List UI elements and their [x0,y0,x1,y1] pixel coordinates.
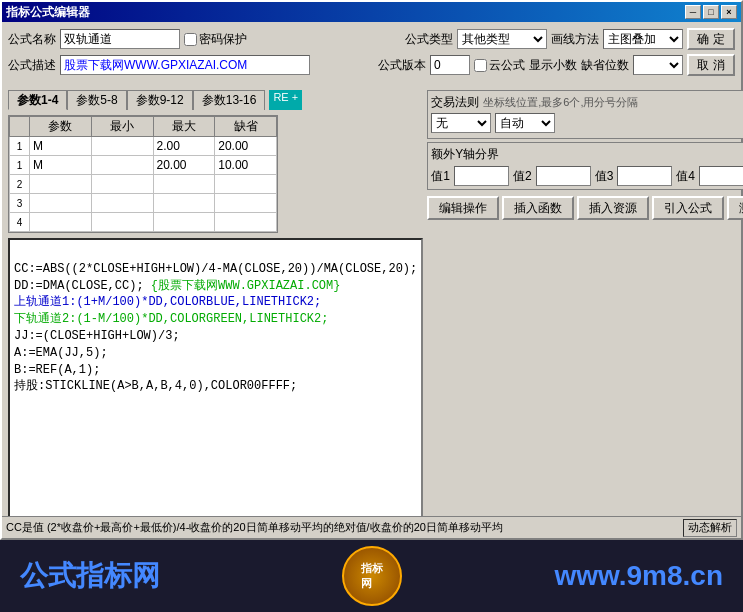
watermark-circle: 指标网 [342,546,402,606]
p3-default[interactable] [216,195,275,211]
trade-desc: 坐标线位置,最多6个,用分号分隔 [483,95,638,110]
status-text: CC是值 (2*收盘价+最高价+最低价)/4-收盘价的20日简单移动平均的绝对值… [6,520,683,535]
auto-select[interactable]: 自动 [495,113,555,133]
axis-label-row: 额外Y轴分界 [431,146,743,163]
p3-name[interactable] [31,195,90,211]
minimize-button[interactable]: ─ [685,5,701,19]
insert-func-button[interactable]: 插入函数 [502,196,574,220]
re-plus-badge: RE + [269,90,302,110]
trade-row-2: 无 自动 [431,113,743,133]
p1-name[interactable] [31,138,90,154]
close-window-button[interactable]: × [721,5,737,19]
main-content: 参数1-4 参数5-8 参数9-12 参数13-16 RE + 参数 [2,86,741,535]
trade-row-1: 交易法则 坐标线位置,最多6个,用分号分隔 [431,94,743,111]
decimal-select[interactable] [633,55,683,75]
p4-min[interactable] [93,214,152,230]
p2-name[interactable] [31,176,90,192]
table-row: 4 [10,213,277,232]
status-right: 动态解析 [683,519,737,537]
p4-name[interactable] [31,214,90,230]
axis-val2-input[interactable] [536,166,591,186]
p3-min[interactable] [93,195,152,211]
axis-val1-input[interactable] [454,166,509,186]
table-row: 2 [10,175,277,194]
watermark-left-text: 公式指标网 [20,557,160,595]
p2-min[interactable] [93,176,152,192]
formula-type-select[interactable]: 其他类型 [457,29,547,49]
test-formula-button[interactable]: 测试公式 [727,196,743,220]
right-top: 交易法则 坐标线位置,最多6个,用分号分隔 无 自动 [427,90,743,190]
type-label: 公式类型 [405,31,453,48]
confirm-button[interactable]: 确 定 [687,28,735,50]
insert-res-button[interactable]: 插入资源 [577,196,649,220]
trade-axis-section: 交易法则 坐标线位置,最多6个,用分号分隔 无 自动 [427,90,743,190]
watermark-circle-text: 指标网 [361,561,383,591]
import-formula-button[interactable]: 引入公式 [652,196,724,220]
right-panel: 交易法则 坐标线位置,最多6个,用分号分隔 无 自动 [427,90,743,535]
p1b-default[interactable] [216,157,275,173]
p1-default[interactable] [216,138,275,154]
name-label: 公式名称 [8,31,56,48]
version-input[interactable] [430,55,470,75]
watermark-bar: 公式指标网 指标网 www.9m8.cn [0,540,743,612]
trade-section: 交易法则 坐标线位置,最多6个,用分号分隔 无 自动 [427,90,743,139]
table-row: 3 [10,194,277,213]
axis-label: 额外Y轴分界 [431,146,499,163]
draw-label: 画线方法 [551,31,599,48]
tab-params-1-4[interactable]: 参数1-4 [8,90,67,110]
p3-max[interactable] [155,195,214,211]
p1b-name[interactable] [31,157,90,173]
p1-max[interactable] [155,138,214,154]
title-bar: 指标公式编辑器 ─ □ × [2,2,741,22]
edit-ops-button[interactable]: 编辑操作 [427,196,499,220]
desc-label: 公式描述 [8,57,56,74]
params-table: 参数 最小 最大 缺省 1 1 [8,115,278,233]
axis-section: 额外Y轴分界 值1 值2 值3 值4 [427,142,743,190]
cancel-button[interactable]: 取 消 [687,54,735,76]
password-checkbox[interactable] [184,33,197,46]
tab-params-5-8[interactable]: 参数5-8 [67,90,126,110]
p4-default[interactable] [216,214,275,230]
form-row-2: 公式描述 公式版本 云公式 显示小数 缺省位数 取 消 [8,54,735,76]
form-row-1: 公式名称 密码保护 公式类型 其他类型 画线方法 主图叠加 确 定 [8,28,735,50]
table-row: 1 [10,156,277,175]
p2-max[interactable] [155,176,214,192]
val3-label: 值3 [595,168,614,185]
axis-val4-input[interactable] [699,166,743,186]
axis-val3-input[interactable] [617,166,672,186]
left-section: 参数1-4 参数5-8 参数9-12 参数13-16 RE + 参数 [8,90,423,535]
main-window: 指标公式编辑器 ─ □ × 公式名称 密码保护 公式类型 其他类型 画线方法 主… [0,0,743,540]
p1-min[interactable] [93,138,152,154]
version-label: 公式版本 [378,57,426,74]
cloud-label: 云公式 [489,57,525,74]
tab-params-13-16[interactable]: 参数13-16 [193,90,266,110]
params-tabs: 参数1-4 参数5-8 参数9-12 参数13-16 RE + [8,90,423,110]
password-label: 密码保护 [199,31,247,48]
password-checkbox-label[interactable]: 密码保护 [184,31,247,48]
axis-inputs-row: 值1 值2 值3 值4 [431,166,743,186]
trade-select[interactable]: 无 [431,113,491,133]
display-label: 显示小数 [529,57,577,74]
window-title: 指标公式编辑器 [6,4,90,21]
status-bar: CC是值 (2*收盘价+最高价+最低价)/4-收盘价的20日简单移动平均的绝对值… [2,516,741,538]
maximize-button[interactable]: □ [703,5,719,19]
code-editor[interactable]: CC:=ABS((2*CLOSE+HIGH+LOW)/4-MA(CLOSE,20… [8,238,423,518]
decimal-label: 缺省位数 [581,57,629,74]
val4-label: 值4 [676,168,695,185]
tab-params-9-12[interactable]: 参数9-12 [127,90,193,110]
p1b-min[interactable] [93,157,152,173]
title-bar-buttons: ─ □ × [685,5,737,19]
cloud-checkbox[interactable] [474,59,487,72]
draw-method-select[interactable]: 主图叠加 [603,29,683,49]
p4-max[interactable] [155,214,214,230]
trade-label: 交易法则 [431,94,479,111]
val1-label: 值1 [431,168,450,185]
val2-label: 值2 [513,168,532,185]
watermark-center: 指标网 [342,546,402,606]
p1b-max[interactable] [155,157,214,173]
table-row: 1 [10,137,277,156]
p2-default[interactable] [216,176,275,192]
formula-name-input[interactable] [60,29,180,49]
cloud-checkbox-label[interactable]: 云公式 [474,57,525,74]
formula-desc-input[interactable] [60,55,310,75]
